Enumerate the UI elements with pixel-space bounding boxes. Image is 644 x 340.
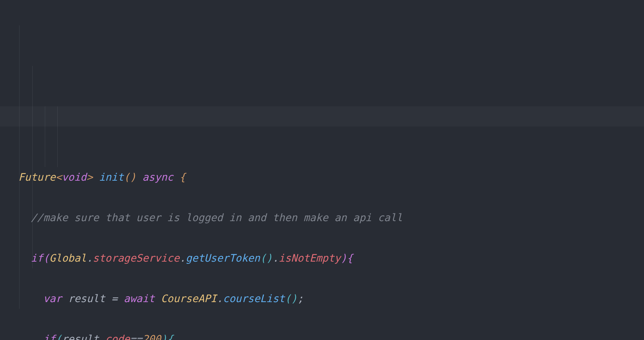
code-line: //make sure that user is logged in and t… — [18, 208, 644, 228]
token-paren: ) — [161, 333, 167, 340]
token-paren: ( — [43, 252, 49, 264]
token-property: isNotEmpty — [279, 252, 341, 264]
token-brace: { — [347, 252, 353, 264]
token-parens: () — [285, 293, 297, 305]
token-parens: () — [124, 171, 136, 183]
token-number: 200 — [142, 333, 161, 340]
token-type: CourseAPI — [161, 293, 217, 305]
token-operator: = — [111, 293, 118, 305]
token-keyword: var — [43, 293, 62, 305]
token-angle: > — [86, 171, 93, 183]
token-angle: < — [56, 171, 62, 183]
token-comment: //make sure that user is logged in and t… — [31, 212, 402, 224]
token-void: void — [62, 171, 86, 183]
code-content: Future<void> init() async { //make sure … — [18, 147, 644, 340]
token-keyword: async — [142, 171, 173, 183]
token-keyword: if — [31, 252, 43, 264]
code-line: Future<void> init() async { — [18, 167, 644, 187]
code-editor[interactable]: Future<void> init() async { //make sure … — [0, 0, 644, 340]
token-brace: { — [179, 171, 186, 183]
token-function: getUserToken — [186, 252, 260, 264]
token-operator: == — [130, 333, 142, 340]
token-property: storageService — [93, 252, 179, 264]
token-keyword: if — [43, 333, 56, 340]
token-paren: ) — [341, 252, 347, 264]
token-identifier: result — [68, 293, 105, 305]
token-property: code — [105, 333, 130, 340]
token-type: Global — [49, 252, 86, 264]
token-keyword: await — [124, 293, 155, 305]
code-line: if(Global.storageService.getUserToken().… — [18, 248, 644, 268]
token-function: courseList — [223, 293, 285, 305]
token-identifier: result — [62, 333, 99, 340]
token-paren: ( — [56, 333, 62, 340]
token-type: Future — [18, 171, 56, 183]
token-brace: { — [167, 333, 173, 340]
code-line: if(result.code==200){ — [18, 329, 644, 340]
token-parens: () — [260, 252, 272, 264]
token-function: init — [99, 171, 124, 183]
code-line: var result = await CourseAPI.courseList(… — [18, 288, 644, 309]
